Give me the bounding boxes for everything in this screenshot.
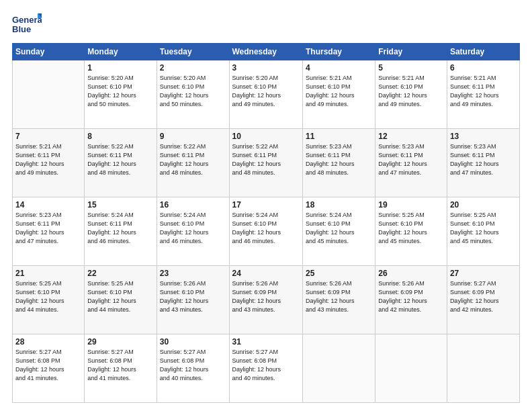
day-info: Sunrise: 5:21 AMSunset: 6:10 PMDaylight:… bbox=[306, 74, 372, 109]
day-info: Sunrise: 5:25 AMSunset: 6:10 PMDaylight:… bbox=[87, 279, 153, 314]
day-number: 19 bbox=[378, 200, 444, 210]
day-info: Sunrise: 5:24 AMSunset: 6:10 PMDaylight:… bbox=[160, 211, 226, 246]
day-info: Sunrise: 5:27 AMSunset: 6:08 PMDaylight:… bbox=[160, 348, 226, 383]
table-cell: 19Sunrise: 5:25 AMSunset: 6:10 PMDayligh… bbox=[375, 197, 447, 266]
day-info: Sunrise: 5:20 AMSunset: 6:10 PMDaylight:… bbox=[87, 74, 153, 109]
table-cell: 26Sunrise: 5:26 AMSunset: 6:09 PMDayligh… bbox=[375, 266, 447, 334]
table-cell bbox=[302, 334, 375, 403]
table-cell: 7Sunrise: 5:21 AMSunset: 6:11 PMDaylight… bbox=[13, 129, 85, 197]
day-info: Sunrise: 5:20 AMSunset: 6:10 PMDaylight:… bbox=[160, 74, 226, 109]
col-friday: Friday bbox=[375, 44, 447, 60]
table-cell: 8Sunrise: 5:22 AMSunset: 6:11 PMDaylight… bbox=[85, 129, 157, 197]
day-number: 10 bbox=[232, 132, 300, 141]
day-number: 3 bbox=[232, 63, 300, 73]
col-wednesday: Wednesday bbox=[229, 44, 302, 60]
table-cell: 25Sunrise: 5:26 AMSunset: 6:09 PMDayligh… bbox=[302, 266, 375, 334]
day-info: Sunrise: 5:27 AMSunset: 6:08 PMDaylight:… bbox=[15, 348, 81, 383]
col-monday: Monday bbox=[85, 44, 157, 60]
logo: General Blue bbox=[12, 12, 42, 38]
day-number: 25 bbox=[306, 269, 372, 278]
day-info: Sunrise: 5:27 AMSunset: 6:08 PMDaylight:… bbox=[87, 348, 153, 383]
table-row: 21Sunrise: 5:25 AMSunset: 6:10 PMDayligh… bbox=[13, 266, 520, 334]
col-sunday: Sunday bbox=[13, 44, 85, 60]
day-info: Sunrise: 5:25 AMSunset: 6:10 PMDaylight:… bbox=[450, 211, 517, 246]
table-cell: 18Sunrise: 5:24 AMSunset: 6:10 PMDayligh… bbox=[302, 197, 375, 266]
day-info: Sunrise: 5:24 AMSunset: 6:10 PMDaylight:… bbox=[232, 211, 300, 246]
day-number: 7 bbox=[15, 132, 81, 141]
table-cell: 24Sunrise: 5:26 AMSunset: 6:09 PMDayligh… bbox=[229, 266, 302, 334]
day-info: Sunrise: 5:25 AMSunset: 6:10 PMDaylight:… bbox=[15, 279, 81, 314]
col-thursday: Thursday bbox=[302, 44, 375, 60]
calendar-table: Sunday Monday Tuesday Wednesday Thursday… bbox=[12, 43, 520, 403]
day-info: Sunrise: 5:26 AMSunset: 6:09 PMDaylight:… bbox=[378, 279, 444, 314]
day-info: Sunrise: 5:24 AMSunset: 6:10 PMDaylight:… bbox=[306, 211, 372, 246]
day-info: Sunrise: 5:21 AMSunset: 6:10 PMDaylight:… bbox=[378, 74, 444, 109]
day-info: Sunrise: 5:27 AMSunset: 6:09 PMDaylight:… bbox=[450, 279, 517, 314]
table-cell: 31Sunrise: 5:27 AMSunset: 6:08 PMDayligh… bbox=[229, 334, 302, 403]
day-number: 8 bbox=[87, 132, 153, 141]
table-cell: 30Sunrise: 5:27 AMSunset: 6:08 PMDayligh… bbox=[157, 334, 229, 403]
table-cell: 5Sunrise: 5:21 AMSunset: 6:10 PMDaylight… bbox=[375, 60, 447, 129]
table-cell bbox=[13, 60, 85, 129]
header: General Blue bbox=[12, 12, 520, 38]
calendar-page: General Blue Sunday Monday Tuesday Wedne… bbox=[0, 0, 532, 411]
day-number: 15 bbox=[87, 200, 153, 210]
day-number: 30 bbox=[160, 337, 226, 347]
col-saturday: Saturday bbox=[447, 44, 519, 60]
table-cell: 12Sunrise: 5:23 AMSunset: 6:11 PMDayligh… bbox=[375, 129, 447, 197]
day-number: 23 bbox=[160, 269, 226, 278]
day-number: 1 bbox=[87, 63, 153, 73]
table-cell: 10Sunrise: 5:22 AMSunset: 6:11 PMDayligh… bbox=[229, 129, 302, 197]
day-number: 18 bbox=[306, 200, 372, 210]
table-cell: 13Sunrise: 5:23 AMSunset: 6:11 PMDayligh… bbox=[447, 129, 519, 197]
table-cell: 17Sunrise: 5:24 AMSunset: 6:10 PMDayligh… bbox=[229, 197, 302, 266]
day-number: 29 bbox=[87, 337, 153, 347]
table-cell: 22Sunrise: 5:25 AMSunset: 6:10 PMDayligh… bbox=[85, 266, 157, 334]
day-info: Sunrise: 5:21 AMSunset: 6:11 PMDaylight:… bbox=[450, 74, 517, 109]
day-info: Sunrise: 5:23 AMSunset: 6:11 PMDaylight:… bbox=[15, 211, 81, 246]
table-cell: 11Sunrise: 5:23 AMSunset: 6:11 PMDayligh… bbox=[302, 129, 375, 197]
day-number: 16 bbox=[160, 200, 226, 210]
table-cell: 15Sunrise: 5:24 AMSunset: 6:11 PMDayligh… bbox=[85, 197, 157, 266]
day-number: 14 bbox=[15, 200, 81, 210]
col-tuesday: Tuesday bbox=[157, 44, 229, 60]
day-info: Sunrise: 5:27 AMSunset: 6:08 PMDaylight:… bbox=[232, 348, 300, 383]
day-info: Sunrise: 5:20 AMSunset: 6:10 PMDaylight:… bbox=[232, 74, 300, 109]
day-info: Sunrise: 5:25 AMSunset: 6:10 PMDaylight:… bbox=[378, 211, 444, 246]
table-cell: 16Sunrise: 5:24 AMSunset: 6:10 PMDayligh… bbox=[157, 197, 229, 266]
day-info: Sunrise: 5:22 AMSunset: 6:11 PMDaylight:… bbox=[87, 142, 153, 177]
header-row: Sunday Monday Tuesday Wednesday Thursday… bbox=[13, 44, 520, 60]
day-number: 22 bbox=[87, 269, 153, 278]
day-number: 5 bbox=[378, 63, 444, 73]
day-number: 28 bbox=[15, 337, 81, 347]
table-cell: 4Sunrise: 5:21 AMSunset: 6:10 PMDaylight… bbox=[302, 60, 375, 129]
table-row: 28Sunrise: 5:27 AMSunset: 6:08 PMDayligh… bbox=[13, 334, 520, 403]
day-number: 13 bbox=[450, 132, 517, 141]
day-info: Sunrise: 5:23 AMSunset: 6:11 PMDaylight:… bbox=[450, 142, 517, 177]
table-row: 1Sunrise: 5:20 AMSunset: 6:10 PMDaylight… bbox=[13, 60, 520, 129]
day-info: Sunrise: 5:23 AMSunset: 6:11 PMDaylight:… bbox=[306, 142, 372, 177]
day-info: Sunrise: 5:26 AMSunset: 6:09 PMDaylight:… bbox=[306, 279, 372, 314]
table-row: 7Sunrise: 5:21 AMSunset: 6:11 PMDaylight… bbox=[13, 129, 520, 197]
day-number: 21 bbox=[15, 269, 81, 278]
table-cell bbox=[447, 334, 519, 403]
day-info: Sunrise: 5:23 AMSunset: 6:11 PMDaylight:… bbox=[378, 142, 444, 177]
day-number: 12 bbox=[378, 132, 444, 141]
table-cell: 14Sunrise: 5:23 AMSunset: 6:11 PMDayligh… bbox=[13, 197, 85, 266]
day-info: Sunrise: 5:21 AMSunset: 6:11 PMDaylight:… bbox=[15, 142, 81, 177]
day-number: 17 bbox=[232, 200, 300, 210]
table-cell: 27Sunrise: 5:27 AMSunset: 6:09 PMDayligh… bbox=[447, 266, 519, 334]
day-number: 24 bbox=[232, 269, 300, 278]
table-cell: 9Sunrise: 5:22 AMSunset: 6:11 PMDaylight… bbox=[157, 129, 229, 197]
day-info: Sunrise: 5:22 AMSunset: 6:11 PMDaylight:… bbox=[232, 142, 300, 177]
table-cell: 6Sunrise: 5:21 AMSunset: 6:11 PMDaylight… bbox=[447, 60, 519, 129]
svg-text:General: General bbox=[12, 15, 42, 25]
svg-text:Blue: Blue bbox=[12, 24, 31, 34]
table-cell: 23Sunrise: 5:26 AMSunset: 6:10 PMDayligh… bbox=[157, 266, 229, 334]
day-number: 2 bbox=[160, 63, 226, 73]
table-cell: 21Sunrise: 5:25 AMSunset: 6:10 PMDayligh… bbox=[13, 266, 85, 334]
table-cell: 3Sunrise: 5:20 AMSunset: 6:10 PMDaylight… bbox=[229, 60, 302, 129]
day-number: 9 bbox=[160, 132, 226, 141]
table-cell: 29Sunrise: 5:27 AMSunset: 6:08 PMDayligh… bbox=[85, 334, 157, 403]
logo-svg: General Blue bbox=[12, 12, 42, 38]
